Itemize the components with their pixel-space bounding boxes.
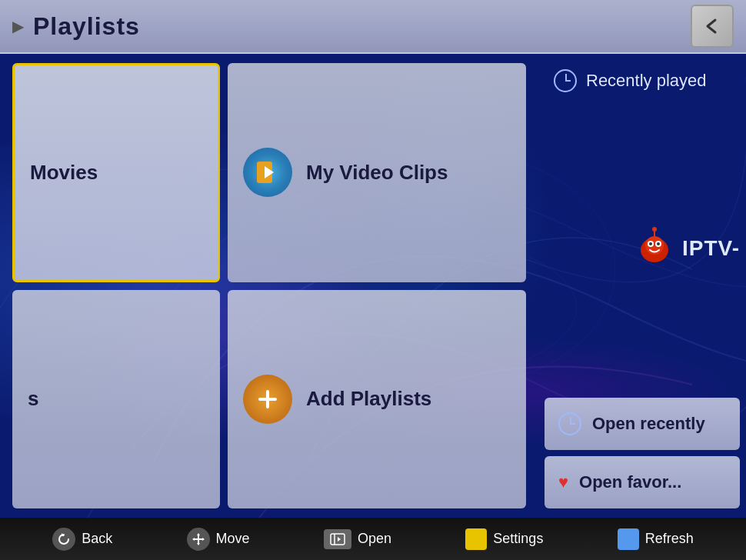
refresh-icon	[621, 532, 635, 546]
svg-marker-17	[197, 533, 200, 535]
playlist-item-add[interactable]: Add Playlists	[228, 290, 526, 509]
movies-label: Movies	[30, 161, 98, 185]
move-action[interactable]: Move	[187, 528, 250, 551]
open-recently-button[interactable]: Open recently	[545, 398, 740, 450]
page-title: Playlists	[33, 12, 140, 41]
svg-rect-25	[622, 533, 634, 545]
open-recently-label: Open recently	[592, 414, 705, 434]
recently-played-section: Recently played	[545, 63, 740, 98]
svg-point-9	[649, 242, 652, 245]
iptv-label: IPTV-	[682, 236, 740, 261]
iptv-mascot-icon	[634, 227, 676, 269]
svg-marker-18	[197, 543, 200, 545]
clock-icon	[554, 69, 577, 92]
open-action-icon	[324, 529, 351, 549]
video-clips-label: My Video Clips	[306, 161, 448, 185]
refresh-action[interactable]: Refresh	[618, 528, 694, 550]
heart-icon: ♥	[558, 472, 568, 492]
svg-marker-20	[202, 538, 205, 541]
bottom-bar: Back Move Open	[0, 518, 746, 560]
settings-icon	[469, 532, 483, 546]
svg-marker-23	[338, 537, 341, 542]
settings-action[interactable]: Settings	[465, 528, 543, 550]
svg-point-11	[657, 242, 660, 245]
iptv-badge: IPTV-	[634, 227, 740, 269]
svg-rect-24	[470, 533, 482, 545]
open-favorites-label: Open favor...	[579, 472, 681, 492]
open-recently-icon	[558, 412, 581, 435]
playlist-item-video-clips[interactable]: My Video Clips	[228, 63, 526, 282]
back-arrow-icon	[701, 15, 723, 37]
back-button[interactable]	[691, 5, 734, 48]
refresh-label: Refresh	[645, 531, 694, 547]
back-action[interactable]: Back	[52, 528, 112, 551]
video-clips-icon	[243, 148, 292, 197]
open-icon	[330, 533, 345, 545]
partial-label: s	[28, 387, 38, 411]
playlist-item-movies[interactable]: Movies	[12, 63, 220, 282]
add-playlists-label: Add Playlists	[306, 387, 431, 411]
open-action[interactable]: Open	[324, 529, 391, 549]
svg-point-13	[652, 227, 657, 232]
playlist-grid: Movies My Video Clips s	[12, 63, 526, 508]
move-arrows-icon	[191, 532, 205, 546]
recently-played-label: Recently played	[586, 71, 707, 91]
nav-icon: ▶	[12, 17, 24, 35]
plus-icon	[254, 385, 281, 413]
left-panel: Movies My Video Clips s	[0, 54, 538, 518]
refresh-circle-icon	[57, 532, 71, 546]
right-panel: Recently played IPTV-	[538, 54, 746, 518]
back-label: Back	[82, 531, 112, 547]
open-label: Open	[358, 531, 391, 547]
playlist-item-partial[interactable]: s	[12, 290, 220, 509]
header: ▶ Playlists	[0, 0, 746, 54]
settings-action-icon	[465, 528, 487, 550]
move-label: Move	[216, 531, 250, 547]
main-content: Movies My Video Clips s	[0, 54, 746, 518]
open-favorites-button[interactable]: ♥ Open favor...	[545, 456, 740, 508]
move-action-icon	[187, 528, 210, 551]
refresh-action-icon	[618, 528, 639, 550]
play-icon	[254, 158, 281, 186]
iptv-logo-area: IPTV-	[545, 105, 740, 392]
back-action-icon	[52, 528, 75, 551]
add-playlist-icon	[243, 375, 292, 424]
svg-marker-19	[192, 538, 195, 541]
settings-label: Settings	[493, 531, 543, 547]
